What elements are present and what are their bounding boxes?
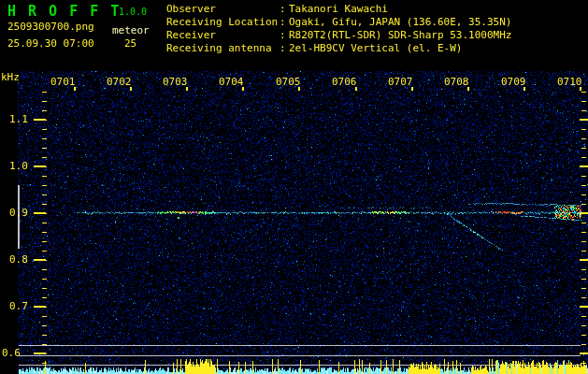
mode-label: meteor: [112, 25, 150, 36]
x-tick-0703: 0703: [163, 77, 188, 87]
x-tick-0710: 0710: [557, 77, 582, 87]
y-tick-1.0: 1.0: [9, 161, 28, 171]
timestamp: 25.09.30 07:00: [7, 38, 94, 49]
y-tick-0.8: 0.8: [9, 254, 28, 265]
location-value: Ogaki, Gifu, JAPAN (136.60E, 35.35N): [289, 16, 511, 28]
x-tick-0708: 0708: [444, 77, 469, 87]
app-version: 1.0.0: [119, 7, 147, 17]
colon: :: [280, 29, 289, 41]
hrofft-window: H R O F F T 1.0.0 2509300700.png meteor …: [0, 0, 588, 374]
receiver-value: R820T2(RTL-SDR) SDR-Sharp 53.1000MHz: [289, 29, 511, 41]
observer-value: Takanori Kawachi: [289, 3, 388, 15]
y-tick-0.7: 0.7: [9, 301, 28, 311]
antenna-value: 2el-HB9CV Vertical (el. E-W): [289, 42, 462, 54]
spectrogram-canvas: [0, 0, 588, 374]
x-tick-0702: 0702: [107, 77, 132, 87]
echo-count: 25: [124, 38, 136, 49]
x-tick-0704: 0704: [219, 77, 244, 87]
observer-label: Observer: [166, 3, 280, 15]
app-title: H R O F F T: [7, 5, 121, 19]
y-tick-1.1: 1.1: [9, 114, 28, 124]
x-tick-0705: 0705: [276, 77, 301, 87]
x-tick-0701: 0701: [50, 77, 76, 87]
colon: :: [280, 16, 289, 28]
location-label: Receiving Location: [166, 16, 280, 28]
x-tick-0707: 0707: [388, 77, 413, 87]
header-row-location: Receiving Location:Ogaki, Gifu, JAPAN (1…: [166, 16, 511, 28]
antenna-label: Receiving antenna: [166, 42, 280, 54]
output-filename: 2509300700.png: [7, 22, 94, 32]
colon: :: [280, 3, 289, 15]
x-tick-0706: 0706: [332, 77, 357, 87]
header-row-observer: Observer:Takanori Kawachi: [166, 3, 388, 15]
y-tick-0.9: 0.9: [9, 208, 28, 218]
colon: :: [280, 42, 289, 54]
receiver-label: Receiver: [166, 29, 280, 41]
y-tick-0.6: 0.6: [2, 348, 21, 358]
y-axis-unit: kHz: [1, 72, 20, 82]
x-tick-0709: 0709: [501, 77, 526, 87]
header-row-receiver: Receiver:R820T2(RTL-SDR) SDR-Sharp 53.10…: [166, 29, 511, 41]
header-row-antenna: Receiving antenna:2el-HB9CV Vertical (el…: [166, 42, 462, 54]
